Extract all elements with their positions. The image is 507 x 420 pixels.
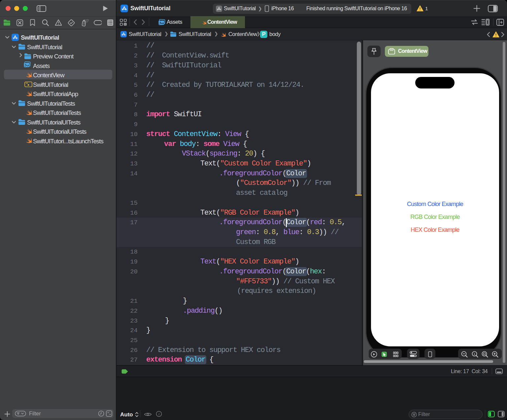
svg-text:i: i	[158, 412, 159, 416]
svg-text:1: 1	[474, 352, 475, 356]
